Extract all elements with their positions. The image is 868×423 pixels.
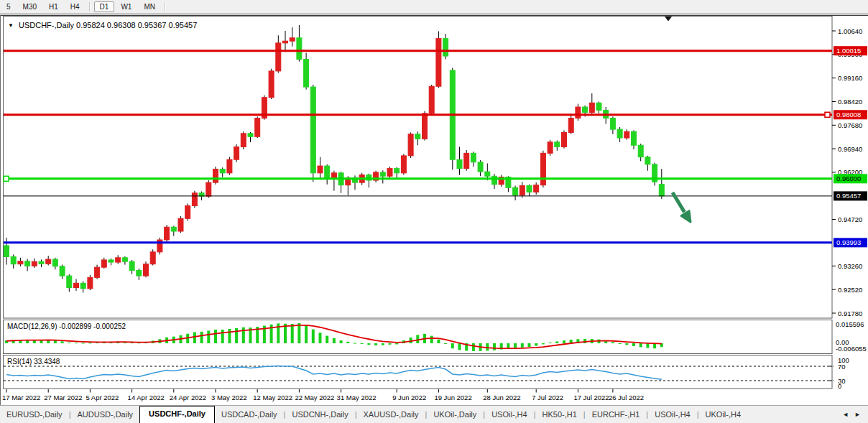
macd-histogram-bar [632,343,635,346]
macd-histogram-bar [611,342,614,343]
price-axis: 1.006400.999000.991600.984200.976800.969… [832,27,867,317]
candle [387,169,392,177]
timeframe-button-mn[interactable]: MN [138,1,161,12]
candle [283,41,288,43]
tab-scroll-right-button[interactable]: ► [854,411,861,418]
macd-histogram-bar [235,328,238,343]
chart-tab-usdcnh-daily[interactable]: USDCNH-,Daily [285,407,354,423]
price-badge-label: 0.95457 [836,192,861,200]
date-axis-label: 17 Mar 2022 [2,394,40,401]
timeframe-button-w1[interactable]: W1 [115,1,137,12]
candle [464,153,469,168]
hline-handle[interactable] [4,176,9,181]
macd-histogram-bar [33,340,36,343]
symbol-dropdown-icon[interactable]: ▼ [8,22,14,29]
chart-tab-audusd-daily[interactable]: AUDUSD-,Daily [70,407,139,423]
candle [213,169,218,183]
candle [108,260,114,262]
timeframe-button-h4[interactable]: H4 [65,1,86,12]
candle [269,71,274,98]
date-axis-label: 7 Jul 2022 [532,394,563,401]
hline-handle[interactable] [825,112,830,117]
timeframe-button-m30[interactable]: M30 [17,1,42,12]
candle [276,43,281,71]
price-axis-tick-label: 0.96940 [838,145,862,153]
price-axis-tick-label: 0.93260 [838,262,862,270]
macd-histogram-bar [563,340,565,343]
macd-histogram-bar [319,333,322,343]
candle [255,118,260,137]
macd-histogram-bar [326,336,328,343]
timeframe-button-h1[interactable]: H1 [43,1,64,12]
macd-histogram-bar [312,330,315,343]
price-badge-label: 0.96000 [836,175,861,182]
macd-histogram-bar [291,324,294,343]
candle [248,134,253,136]
main-plot-area[interactable] [4,17,833,319]
candle [478,162,483,172]
date-axis-label: 22 May 2022 [295,394,334,401]
candle [88,277,93,289]
macd-histogram-bar [297,323,300,343]
macd-histogram-bar [68,343,70,343]
macd-histogram-bar [472,343,475,351]
chart-tab-eurusd-daily[interactable]: EURUSD-,Daily [0,407,69,423]
candle [116,258,121,262]
candle [645,157,650,164]
candle [568,118,573,133]
price-axis-tick-label: 0.92520 [838,286,862,294]
candle [304,59,309,87]
candle [150,252,155,264]
candle [429,86,434,113]
rsi-label: RSI(14) 33.4348 [7,358,60,366]
macd-axis-min: -0.006055 [836,345,867,353]
macd-histogram-bar [416,335,419,343]
candle [443,39,448,56]
candle [540,153,545,185]
candle [534,185,539,192]
candle [46,259,51,264]
macd-histogram-bar [549,343,552,343]
candle [95,267,100,277]
rsi-panel[interactable] [4,355,833,389]
date-axis-label: 14 Apr 2022 [128,394,165,401]
candle [290,38,295,41]
chart-tab-ukoil-h4[interactable]: UKOil-,H4 [699,407,748,423]
price-axis-tick-label: 0.98420 [838,98,862,106]
candle [171,227,176,231]
candle [513,187,518,195]
candle [583,107,588,113]
macd-histogram-bar [389,343,392,345]
timeframe-toolbar: 5M30H1H4D1W1MN [0,0,868,14]
macd-histogram-bar [619,343,622,344]
macd-histogram-bar [430,336,433,343]
candle [576,107,581,118]
candle [101,260,106,267]
chart-title: USDCHF-,Daily 0.95824 0.96308 0.95367 0.… [19,21,197,29]
candle [60,266,65,276]
chart-tab-usdcad-daily[interactable]: USDCAD-,Daily [215,407,284,423]
macd-histogram-bar [646,343,649,348]
price-badge-label: 1.00015 [836,47,861,55]
date-axis: 17 Mar 202227 Mar 20225 Apr 202214 Apr 2… [2,389,644,401]
candle [39,261,44,264]
chart-tab-usoil-h4[interactable]: USOil-,H4 [648,407,697,423]
date-axis-label: 3 May 2022 [211,394,247,401]
toolbar-separator [89,2,91,11]
chart-tab-usoil-h4[interactable]: USOil-,H4 [485,407,534,423]
chart-tab-eurchf-h1[interactable]: EURCHF-,H1 [586,407,647,423]
candle [241,134,246,147]
timeframe-button-d1[interactable]: D1 [94,1,115,12]
tab-scroll-left-button[interactable]: ◄ [842,411,849,418]
timeframe-button-5[interactable]: 5 [1,1,17,12]
chart-tab-usdchf-daily[interactable]: USDCHF-,Daily [139,406,215,423]
chart-tab-hk50-h1[interactable]: HK50-,H1 [536,407,583,423]
candle [18,261,23,264]
candle [589,103,594,112]
chart-tab-ukoil-daily[interactable]: UKOil-,Daily [427,407,483,423]
macd-histogram-bar [242,327,245,343]
date-axis-label: 5 Apr 2022 [86,394,119,401]
price-badge-label: 0.98008 [836,111,861,118]
date-axis-label: 12 May 2022 [253,394,292,401]
chart-tab-xauusd-daily[interactable]: XAUUSD-,Daily [357,407,425,423]
